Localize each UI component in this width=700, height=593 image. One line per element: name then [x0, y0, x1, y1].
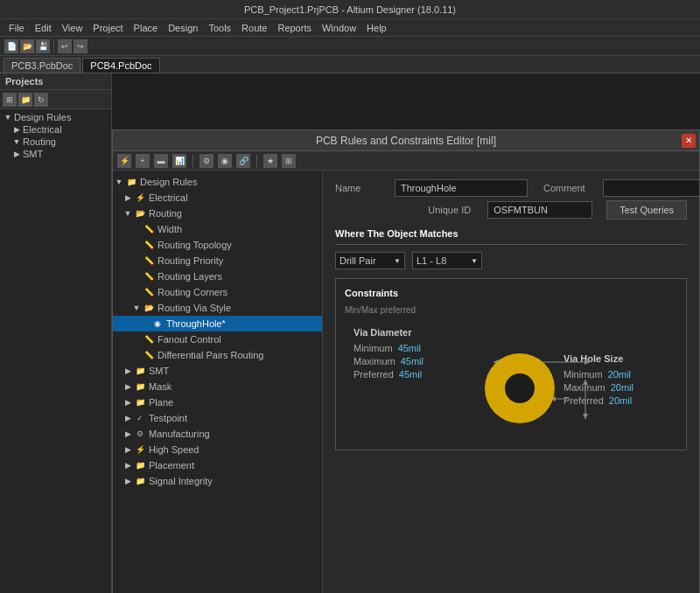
dialog-chart-icon[interactable]: 📊: [172, 154, 186, 168]
open-icon[interactable]: 📂: [20, 39, 34, 53]
menu-edit[interactable]: Edit: [30, 23, 57, 33]
routing-folder-icon: 📂: [134, 207, 146, 220]
dtree-expand-testpoint: ▶: [123, 414, 132, 422]
dtree-routing-topology[interactable]: 📏 Routing Topology: [113, 237, 322, 253]
via-diam-min-label: Minimum: [354, 343, 393, 353]
test-queries-button[interactable]: Test Queries: [606, 200, 687, 220]
dialog-bar-icon[interactable]: ▬: [154, 154, 168, 168]
constraints-box: Constraints Min/Max preferred Via Diamet…: [335, 278, 687, 450]
dtree-routing[interactable]: ▼ 📂 Routing: [113, 206, 322, 221]
panel-tree: ▼ Design Rules ▶ Electrical ▼ Routing ▶ …: [0, 109, 111, 593]
si-icon: 📁: [134, 475, 146, 487]
dialog-title: PCB Rules and Constraints Editor [mil]: [316, 135, 496, 147]
menu-file[interactable]: File: [4, 23, 30, 33]
tab-pcb3-label: PCB3.PcbDoc: [11, 60, 73, 71]
throughhole-icon: ◉: [151, 317, 164, 330]
dlg-sep2: [256, 155, 257, 167]
panel-icon-3[interactable]: ↻: [34, 93, 48, 107]
dtree-via-style[interactable]: ▼ 📂 Routing Via Style: [113, 300, 322, 316]
app-title: PCB_Project1.PrjPCB - Altium Designer (1…: [244, 4, 456, 15]
min-max-label: Min/Max preferred: [345, 305, 677, 315]
menu-view[interactable]: View: [57, 23, 88, 33]
dtree-placement[interactable]: ▶ 📁 Placement: [113, 457, 322, 473]
dialog-close-button[interactable]: ✕: [682, 134, 696, 148]
dtree-expand-mfg: ▶: [123, 429, 132, 438]
menu-bar: File Edit View Project Place Design Tool…: [0, 19, 700, 37]
menu-route[interactable]: Route: [236, 23, 272, 33]
main-toolbar: 📄 📂 💾 ↩ ↪: [0, 37, 700, 56]
menu-help[interactable]: Help: [361, 23, 392, 33]
menu-design[interactable]: Design: [163, 23, 203, 33]
redo-icon[interactable]: ↪: [74, 39, 88, 53]
tree-smt[interactable]: ▶ SMT: [0, 148, 111, 160]
dtree-diff-pairs[interactable]: 📏 Differential Pairs Routing: [113, 347, 322, 363]
via-diam-min-val: 45mil: [398, 343, 421, 353]
dtree-fanout[interactable]: 📏 Fanout Control: [113, 331, 322, 347]
dtree-manufacturing[interactable]: ▶ ⚙ Manufacturing: [113, 426, 322, 442]
panel-toolbar: ⊞ 📁 ↻: [0, 90, 111, 109]
dtree-expand-via: ▼: [132, 303, 141, 312]
projects-panel-header: Projects: [0, 73, 111, 90]
placement-icon: 📁: [134, 459, 146, 471]
dtree-high-speed[interactable]: ▶ ⚡ High Speed: [113, 442, 322, 457]
comment-input[interactable]: [603, 179, 699, 197]
dialog-icon8[interactable]: ★: [263, 154, 277, 168]
layer-range-dropdown[interactable]: L1 - L8: [412, 252, 482, 269]
dtree-throughhole[interactable]: ◉ ThroughHole*: [113, 316, 322, 331]
name-input[interactable]: [395, 179, 528, 197]
panel-icon-2[interactable]: 📁: [18, 93, 32, 107]
dtree-electrical[interactable]: ▶ ⚡ Electrical: [113, 190, 322, 206]
electrical-icon: ⚡: [134, 192, 146, 204]
menu-project[interactable]: Project: [88, 23, 128, 33]
dtree-smt[interactable]: ▶ 📁 SMT: [113, 363, 322, 379]
dialog-add-icon[interactable]: +: [136, 154, 150, 168]
unique-id-input[interactable]: [487, 201, 592, 219]
manufacturing-icon: ⚙: [134, 428, 146, 440]
dialog-icon6[interactable]: ◉: [218, 154, 232, 168]
dtree-routing-layers[interactable]: 📏 Routing Layers: [113, 269, 322, 284]
save-icon[interactable]: 💾: [36, 39, 50, 53]
menu-reports[interactable]: Reports: [272, 23, 317, 33]
expand-icon-smt: ▶: [12, 150, 21, 158]
dialog-body: ▼ 📁 Design Rules ▶ ⚡ Electrical ▼ 📂 Rout…: [113, 171, 699, 593]
dtree-design-rules[interactable]: ▼ 📁 Design Rules: [113, 174, 322, 190]
dialog-icon5[interactable]: ⚙: [200, 154, 214, 168]
expand-icon-elec: ▶: [12, 125, 21, 134]
dialog-title-bar: PCB Rules and Constraints Editor [mil] ✕: [113, 130, 699, 151]
drill-pair-dropdown[interactable]: Drill Pair: [335, 252, 405, 269]
via-diameter-section: Via Diameter Minimum 45mil Maximum 45mil…: [354, 327, 476, 380]
menu-tools[interactable]: Tools: [203, 23, 236, 33]
new-icon[interactable]: 📄: [4, 39, 18, 53]
dtree-routing-priority[interactable]: 📏 Routing Priority: [113, 253, 322, 269]
expand-icon-routing: ▼: [12, 137, 21, 146]
tree-design-rules[interactable]: ▼ Design Rules: [0, 111, 111, 123]
dtree-plane[interactable]: ▶ 📁 Plane: [113, 394, 322, 410]
dtree-testpoint[interactable]: ▶ ✓ Testpoint: [113, 410, 322, 426]
tab-pcb4[interactable]: PCB4.PcbDoc: [82, 58, 159, 73]
fanout-icon: 📏: [143, 333, 155, 345]
dialog-icon9[interactable]: ⊞: [282, 154, 296, 168]
main-layout: Projects ⊞ 📁 ↻ ▼ Design Rules ▶ Electric…: [0, 73, 700, 593]
tree-electrical[interactable]: ▶ Electrical: [0, 123, 111, 136]
tab-pcb3[interactable]: PCB3.PcbDoc: [4, 58, 80, 73]
where-matches-row: Drill Pair L1 - L8: [335, 252, 687, 269]
rule-name-row: Name Comment: [335, 179, 687, 197]
dtree-expand-plane: ▶: [123, 398, 132, 407]
panel-icon-1[interactable]: ⊞: [3, 93, 17, 107]
via-diam-max-row: Maximum 45mil: [354, 356, 476, 366]
menu-place[interactable]: Place: [129, 23, 164, 33]
via-visual-container: [485, 336, 555, 441]
mask-icon: 📁: [134, 380, 146, 393]
dtree-mask[interactable]: ▶ 📁 Mask: [113, 379, 322, 394]
dtree-routing-corners[interactable]: 📏 Routing Corners: [113, 284, 322, 300]
dialog-icon7[interactable]: 🔗: [236, 154, 250, 168]
dtree-signal-integrity[interactable]: ▶ 📁 Signal Integrity: [113, 473, 322, 489]
undo-icon[interactable]: ↩: [58, 39, 72, 53]
diffpairs-icon: 📏: [143, 349, 155, 361]
dialog-rule-content: Name Comment Unique ID Test Queries Wher…: [323, 171, 699, 593]
dtree-width[interactable]: 📏 Width: [113, 221, 322, 237]
where-matches-title: Where The Object Matches: [335, 228, 687, 239]
dialog-filter-icon[interactable]: ⚡: [117, 154, 131, 168]
tree-routing[interactable]: ▼ Routing: [0, 136, 111, 148]
menu-window[interactable]: Window: [317, 23, 361, 33]
